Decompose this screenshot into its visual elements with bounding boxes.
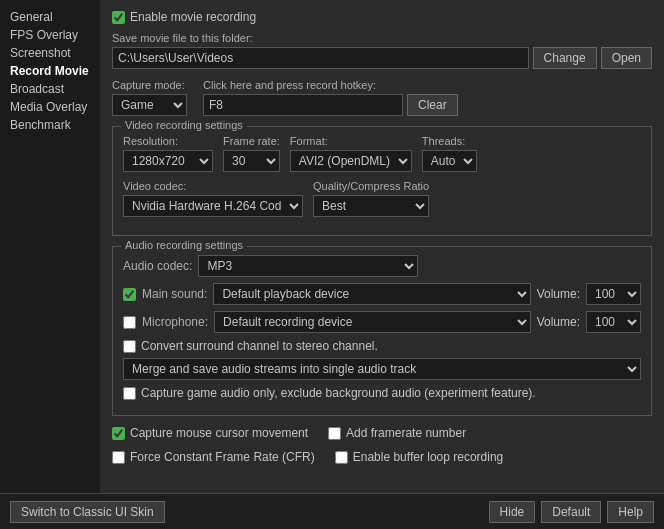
capture-mode-label: Capture mode:	[112, 79, 187, 91]
sidebar-item-broadcast[interactable]: Broadcast	[6, 80, 94, 98]
merge-row: Merge and save audio streams into single…	[123, 358, 641, 380]
sidebar-item-general[interactable]: General	[6, 8, 94, 26]
audio-codec-select[interactable]: MP3 AAC PCM	[198, 255, 418, 277]
surround-checkbox[interactable]	[123, 340, 136, 353]
main-sound-label: Main sound:	[142, 287, 207, 301]
capture-cursor-label: Capture mouse cursor movement	[130, 426, 308, 440]
capture-cursor-row: Capture mouse cursor movement	[112, 426, 308, 440]
sidebar-item-fps-overlay[interactable]: FPS Overlay	[6, 26, 94, 44]
capture-mode-group: Capture mode: Game Desktop Window	[112, 79, 187, 116]
enable-movie-checkbox[interactable]	[112, 11, 125, 24]
main-sound-volume-label: Volume:	[537, 287, 580, 301]
capture-bg-row: Capture game audio only, exclude backgro…	[123, 386, 641, 400]
hotkey-input[interactable]	[203, 94, 403, 116]
force-cfr-checkbox[interactable]	[112, 451, 125, 464]
change-button[interactable]: Change	[533, 47, 597, 69]
microphone-device-select[interactable]: Default recording device	[214, 311, 531, 333]
resolution-select[interactable]: 1280x720 1920x1080 1280x800	[123, 150, 213, 172]
codec-label: Video codec:	[123, 180, 303, 192]
resolution-field: Resolution: 1280x720 1920x1080 1280x800	[123, 135, 213, 172]
threads-label: Threads:	[422, 135, 477, 147]
microphone-checkbox[interactable]	[123, 316, 136, 329]
audio-settings-title: Audio recording settings	[121, 239, 247, 251]
folder-row: Change Open	[112, 47, 652, 69]
audio-codec-row: Audio codec: MP3 AAC PCM	[123, 255, 641, 277]
add-framerate-label: Add framerate number	[346, 426, 466, 440]
framerate-field: Frame rate: 30 60 120	[223, 135, 280, 172]
video-settings-group: Video recording settings Resolution: 128…	[112, 126, 652, 236]
framerate-label: Frame rate:	[223, 135, 280, 147]
format-select[interactable]: AVI2 (OpenDML) AVI MP4	[290, 150, 412, 172]
video-settings-title: Video recording settings	[121, 119, 247, 131]
help-button[interactable]: Help	[607, 501, 654, 523]
main-sound-row: Main sound: Default playback device Volu…	[123, 283, 641, 305]
capture-mode-select[interactable]: Game Desktop Window	[112, 94, 187, 116]
sidebar-item-screenshot[interactable]: Screenshot	[6, 44, 94, 62]
hotkey-label: Click here and press record hotkey:	[203, 79, 652, 91]
folder-label: Save movie file to this folder:	[112, 32, 652, 44]
bottom-options: Capture mouse cursor movement Add framer…	[112, 426, 652, 469]
microphone-label: Microphone:	[142, 315, 208, 329]
hotkey-group: Click here and press record hotkey: Clea…	[203, 79, 652, 116]
video-settings-row1: Resolution: 1280x720 1920x1080 1280x800 …	[123, 135, 641, 172]
default-button[interactable]: Default	[541, 501, 601, 523]
capture-bg-label: Capture game audio only, exclude backgro…	[141, 386, 536, 400]
add-framerate-row: Add framerate number	[328, 426, 466, 440]
quality-field: Quality/Compress Ratio Best High Medium	[313, 180, 429, 217]
codec-select[interactable]: Nvidia Hardware H.264 Codec Software H.2…	[123, 195, 303, 217]
resolution-label: Resolution:	[123, 135, 213, 147]
clear-button[interactable]: Clear	[407, 94, 458, 116]
sidebar-item-record-movie[interactable]: Record Movie	[6, 62, 94, 80]
quality-select[interactable]: Best High Medium	[313, 195, 429, 217]
footer: Switch to Classic UI Skin Hide Default H…	[0, 493, 664, 529]
capture-bg-checkbox[interactable]	[123, 387, 136, 400]
audio-settings-group: Audio recording settings Audio codec: MP…	[112, 246, 652, 416]
sidebar-item-benchmark[interactable]: Benchmark	[6, 116, 94, 134]
format-label: Format:	[290, 135, 412, 147]
sidebar: General FPS Overlay Screenshot Record Mo…	[0, 0, 100, 529]
force-cfr-label: Force Constant Frame Rate (CFR)	[130, 450, 315, 464]
switch-skin-button[interactable]: Switch to Classic UI Skin	[10, 501, 165, 523]
add-framerate-checkbox[interactable]	[328, 427, 341, 440]
main-sound-checkbox[interactable]	[123, 288, 136, 301]
surround-label: Convert surround channel to stereo chann…	[141, 339, 378, 353]
main-content: Enable movie recording Save movie file t…	[100, 0, 664, 529]
enable-buffer-row: Enable buffer loop recording	[335, 450, 504, 464]
video-settings-row2: Video codec: Nvidia Hardware H.264 Codec…	[123, 180, 641, 217]
audio-codec-label: Audio codec:	[123, 259, 192, 273]
sidebar-item-media-overlay[interactable]: Media Overlay	[6, 98, 94, 116]
enable-buffer-label: Enable buffer loop recording	[353, 450, 504, 464]
threads-select[interactable]: Auto 1 2	[422, 150, 477, 172]
main-sound-device-select[interactable]: Default playback device	[213, 283, 530, 305]
enable-buffer-checkbox[interactable]	[335, 451, 348, 464]
folder-path-input[interactable]	[112, 47, 529, 69]
format-field: Format: AVI2 (OpenDML) AVI MP4	[290, 135, 412, 172]
hide-button[interactable]: Hide	[489, 501, 536, 523]
open-button[interactable]: Open	[601, 47, 652, 69]
surround-row: Convert surround channel to stereo chann…	[123, 339, 641, 353]
force-cfr-row: Force Constant Frame Rate (CFR)	[112, 450, 315, 464]
footer-right: Hide Default Help	[489, 501, 654, 523]
threads-field: Threads: Auto 1 2	[422, 135, 477, 172]
enable-row: Enable movie recording	[112, 10, 652, 24]
framerate-select[interactable]: 30 60 120	[223, 150, 280, 172]
main-sound-volume-select[interactable]: 100 90 80	[586, 283, 641, 305]
microphone-row: Microphone: Default recording device Vol…	[123, 311, 641, 333]
microphone-volume-select[interactable]: 100 90 80	[586, 311, 641, 333]
merge-select[interactable]: Merge and save audio streams into single…	[123, 358, 641, 380]
quality-label: Quality/Compress Ratio	[313, 180, 429, 192]
enable-movie-label: Enable movie recording	[130, 10, 256, 24]
codec-field: Video codec: Nvidia Hardware H.264 Codec…	[123, 180, 303, 217]
capture-cursor-checkbox[interactable]	[112, 427, 125, 440]
microphone-volume-label: Volume:	[537, 315, 580, 329]
